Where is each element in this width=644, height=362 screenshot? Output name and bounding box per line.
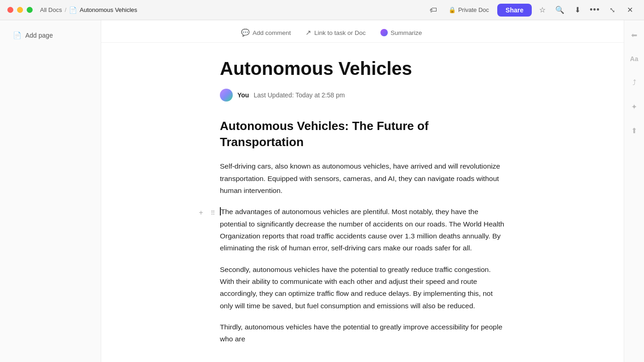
add-page-label: Add page [25,32,53,39]
collapse-panel-button[interactable]: ⬅ [627,28,642,42]
titlebar: All Docs / 📄 Autonomous Vehicles 🏷 🔒 Pri… [0,0,644,20]
more-icon: ••• [590,5,600,15]
main-layout: 📄 Add page 💬 Add comment ↗ Link to task … [0,20,644,362]
author-name: You [237,91,249,99]
star-icon: ☆ [539,6,546,14]
block-wrapper-2: + ⠿ The advantages of autonomous vehicle… [220,206,505,254]
minimize-traffic-light[interactable] [17,7,23,13]
breadcrumb: All Docs / 📄 Autonomous Vehicles [40,6,137,14]
add-comment-button[interactable]: 💬 Add comment [238,27,293,39]
summarize-label: Summarize [391,29,422,36]
font-settings-button[interactable]: Aa [627,51,642,66]
avatar [220,89,233,102]
drag-icon: ⠿ [211,209,215,216]
block-add-button[interactable]: + [196,208,206,218]
more-button[interactable]: ••• [588,3,602,17]
document-meta: You Last Updated: Today at 2:58 pm [220,89,505,102]
add-page-button[interactable]: 📄 Add page [4,28,97,43]
close-icon: ✕ [627,6,633,14]
share-panel-button[interactable]: ⤴ [627,75,642,90]
right-sidebar: ⬅ Aa ⤴ ✦ ⬆ [624,20,644,362]
private-doc-label: Private Doc [458,6,489,13]
paragraph-1: Self-driving cars, also known as autonom… [220,160,505,197]
summarize-icon [380,29,388,36]
close-button[interactable]: ✕ [623,3,637,17]
paragraph-3: Secondly, autonomous vehicles have the p… [220,264,505,312]
paragraph-2-text: The advantages of autonomous vehicles ar… [220,208,504,252]
link-label: Link to task or Doc [314,29,366,36]
plus-icon: + [199,209,203,217]
tag-button[interactable]: 🏷 [426,3,440,17]
main-content: 💬 Add comment ↗ Link to task or Doc Summ… [101,20,624,362]
tag-icon: 🏷 [430,6,437,14]
document-heading: Autonomous Vehicles: The Future of Trans… [220,118,505,150]
block-drag-button[interactable]: ⠿ [208,208,218,218]
link-button[interactable]: ↗ Link to task or Doc [303,27,368,39]
doc-toolbar: 💬 Add comment ↗ Link to task or Doc Summ… [101,20,624,43]
avatar-image [220,89,233,102]
traffic-lights [7,7,33,13]
add-comment-label: Add comment [253,29,291,36]
titlebar-actions: 🏷 🔒 Private Doc Share ☆ 🔍 ⬇ ••• ⤡ ✕ [426,3,637,17]
expand-icon: ⤡ [610,6,615,14]
maximize-traffic-light[interactable] [27,7,33,13]
block-controls: + ⠿ [196,208,218,218]
breadcrumb-all-docs[interactable]: All Docs [40,6,62,13]
star-button[interactable]: ☆ [535,3,549,17]
paragraph-2: The advantages of autonomous vehicles ar… [220,206,505,254]
paragraph-4-partial: Thirdly, autonomous vehicles have the po… [220,321,505,345]
link-icon: ↗ [305,28,311,37]
upload-button[interactable]: ⬆ [627,123,642,138]
magic-icon: ✦ [631,102,637,111]
search-icon: 🔍 [555,6,564,14]
export-button[interactable]: ⬇ [570,3,584,17]
expand-button[interactable]: ⤡ [605,3,619,17]
last-updated: Last Updated: Today at 2:58 pm [253,91,345,99]
export-icon: ⬇ [575,6,581,14]
comment-icon: 💬 [241,28,250,37]
document-title: Autonomous Vehicles [220,57,505,79]
add-page-icon: 📄 [13,31,22,40]
collapse-icon: ⬅ [631,31,637,40]
document-area: Autonomous Vehicles You Last Updated: To… [183,43,542,362]
private-doc-button[interactable]: 🔒 Private Doc [444,5,494,15]
search-button[interactable]: 🔍 [553,3,567,17]
magic-button[interactable]: ✦ [627,99,642,114]
content-wrapper: Autonomous Vehicles You Last Updated: To… [183,57,542,345]
share-panel-icon: ⤴ [632,79,636,87]
upload-icon: ⬆ [631,126,637,135]
close-traffic-light[interactable] [7,7,13,13]
breadcrumb-doc-title[interactable]: Autonomous Vehicles [80,6,137,13]
font-icon: Aa [630,55,638,62]
lock-icon: 🔒 [448,6,456,13]
summarize-button[interactable]: Summarize [378,27,425,38]
doc-icon: 📄 [69,6,77,14]
share-button[interactable]: Share [497,4,532,17]
left-sidebar: 📄 Add page [0,20,101,362]
breadcrumb-separator: / [65,6,67,13]
